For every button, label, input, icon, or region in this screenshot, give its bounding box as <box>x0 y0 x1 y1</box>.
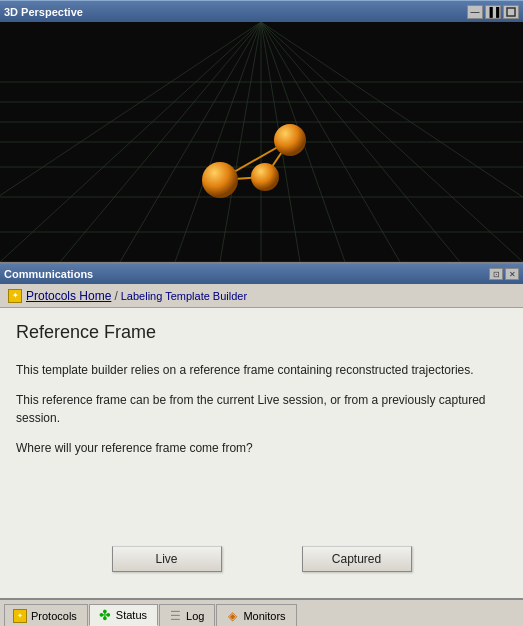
paragraph-3: Where will your reference frame come fro… <box>16 439 507 457</box>
communications-window: Communications ⊡ ✕ ✦ Protocols Home / La… <box>0 262 523 626</box>
breadcrumb-home-link[interactable]: Protocols Home <box>26 289 111 303</box>
tab-monitors-label: Monitors <box>243 610 285 622</box>
minimize-button[interactable]: — <box>467 5 483 19</box>
protocols-icon: ✦ <box>13 609 27 623</box>
tab-log-label: Log <box>186 610 204 622</box>
tab-bar: ✦ Protocols ✤ Status ☰ Log ◈ Monitors <box>0 598 523 626</box>
maximize-button[interactable] <box>503 5 519 19</box>
tab-monitors[interactable]: ◈ Monitors <box>216 604 296 626</box>
viewport-titlebar: 3D Perspective — ▐▐ <box>0 0 523 22</box>
button-row: Live Captured <box>16 536 507 588</box>
restore-button[interactable]: ⊡ <box>489 268 503 280</box>
viewport-controls: — ▐▐ <box>467 5 519 19</box>
breadcrumb-separator: / <box>114 289 117 303</box>
viewport-canvas <box>0 22 523 262</box>
tab-protocols-label: Protocols <box>31 610 77 622</box>
svg-rect-0 <box>507 8 515 16</box>
monitors-icon: ◈ <box>225 609 239 623</box>
viewport-window: 3D Perspective — ▐▐ <box>0 0 523 262</box>
svg-point-27 <box>274 124 306 156</box>
page-title: Reference Frame <box>16 322 507 343</box>
breadcrumb-icon: ✦ <box>8 289 22 303</box>
breadcrumb: ✦ Protocols Home / Labeling Template Bui… <box>0 284 523 308</box>
tab-log[interactable]: ☰ Log <box>159 604 215 626</box>
paragraph-2: This reference frame can be from the cur… <box>16 391 507 427</box>
tab-protocols[interactable]: ✦ Protocols <box>4 604 88 626</box>
tab-status-label: Status <box>116 609 147 621</box>
live-button[interactable]: Live <box>112 546 222 572</box>
tab-status[interactable]: ✤ Status <box>89 604 158 626</box>
status-icon: ✤ <box>98 608 112 622</box>
breadcrumb-current: Labeling Template Builder <box>121 290 247 302</box>
paragraph-1: This template builder relies on a refere… <box>16 361 507 379</box>
main-content: Reference Frame This template builder re… <box>0 308 523 598</box>
pause-button[interactable]: ▐▐ <box>485 5 501 19</box>
close-button[interactable]: ✕ <box>505 268 519 280</box>
comms-window-controls: ⊡ ✕ <box>489 268 519 280</box>
comms-titlebar: Communications ⊡ ✕ <box>0 264 523 284</box>
comms-title: Communications <box>4 268 93 280</box>
log-icon: ☰ <box>168 609 182 623</box>
captured-button[interactable]: Captured <box>302 546 412 572</box>
svg-point-26 <box>202 162 238 198</box>
viewport-title: 3D Perspective <box>4 6 83 18</box>
svg-point-28 <box>251 163 279 191</box>
